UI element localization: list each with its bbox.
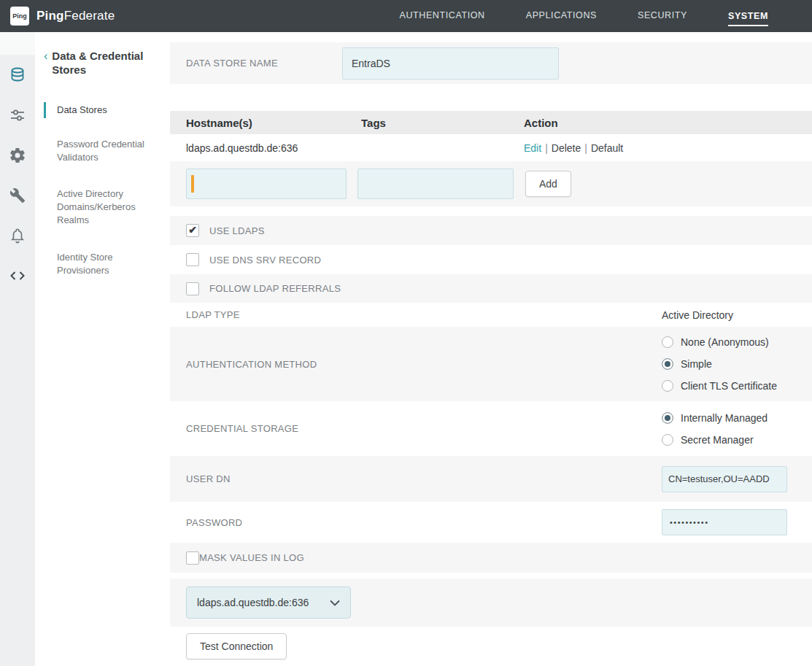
hostname-table-row: ldaps.ad.questdb.de:636 Edit|Delete|Defa… [170,134,812,161]
sidebar-item-data-stores[interactable]: Data Stores [44,102,161,118]
new-tags-input[interactable] [357,169,514,199]
password-label: PASSWORD [186,517,242,528]
auth-simple-radio[interactable] [662,358,673,370]
gear-icon[interactable] [0,135,35,175]
col-action: Action [524,117,812,129]
chevron-down-icon [330,600,340,606]
mask-values-row: MASK VALUES IN LOG [170,543,812,573]
auth-none-radio[interactable] [662,336,673,348]
use-dns-srv-label: USE DNS SRV RECORD [209,255,321,266]
auth-option-client-tls: Client TLS Certificate [662,375,812,397]
checkmark-icon: ✔ [188,225,197,235]
hostname-table-header: Hostname(s) Tags Action [170,111,812,134]
cred-internal-radio[interactable] [662,412,673,424]
rail-top-highlight [0,32,35,55]
new-hostname-wrap [186,169,347,199]
default-link[interactable]: Default [591,142,623,154]
ldap-type-label: LDAP TYPE [186,309,240,320]
wrench-icon[interactable] [0,175,35,215]
auth-option-simple: Simple [662,353,812,375]
mask-values-checkbox[interactable] [186,551,199,565]
server-dropdown[interactable]: ldaps.ad.questdb.de:636 [186,586,351,619]
sidebar: ‹ Data & Credential Stores Data Stores P… [35,32,170,666]
server-dropdown-value: ldaps.ad.questdb.de:636 [197,597,309,608]
auth-option-none: None (Anonymous) [662,331,812,353]
cred-secret-manager-radio[interactable] [662,434,673,446]
icon-rail [0,32,35,666]
add-hostname-row: Add [170,161,812,206]
data-store-name-input[interactable] [342,47,559,80]
sidebar-item-password-credential-validators[interactable]: Password Credential Validators [44,131,161,171]
pingfederate-admin-screen: Ping PingFederate AUTHENTICATION APPLICA… [0,0,812,666]
cred-secret-manager-label: Secret Manager [681,434,754,446]
authentication-method-options: None (Anonymous) Simple Client TLS Certi… [662,331,812,397]
top-navbar: Ping PingFederate AUTHENTICATION APPLICA… [0,0,812,32]
user-dn-row: USER DN [170,456,812,502]
spacer [170,84,812,111]
password-row: PASSWORD [170,502,812,543]
user-dn-input[interactable] [662,466,787,492]
auth-simple-label: Simple [681,358,712,370]
hostname-value: ldaps.ad.questdb.de:636 [186,142,361,154]
ldap-type-row: LDAP TYPE Active Directory [170,303,812,327]
follow-referrals-label: FOLLOW LDAP REFERRALS [209,283,341,294]
sidebar-title: ‹ Data & Credential Stores [44,50,164,77]
user-dn-label: USER DN [186,473,231,484]
app-title-light: Federate [64,9,115,23]
sidebar-item-identity-store-provisioners[interactable]: Identity Store Provisioners [44,244,161,284]
cred-internal-label: Internally Managed [681,412,767,424]
edit-link[interactable]: Edit [524,142,541,154]
auth-none-label: None (Anonymous) [681,336,769,348]
follow-referrals-row: FOLLOW LDAP REFERRALS [170,274,812,303]
nav-authentication[interactable]: AUTHENTICATION [400,10,485,22]
test-connection-button[interactable]: Test Connection [186,633,287,659]
app-title: PingFederate [36,9,115,23]
credential-storage-label: CREDENTIAL STORAGE [186,423,298,434]
spacer [170,573,812,578]
code-icon[interactable] [0,255,35,295]
credential-storage-options: Internally Managed Secret Manager [662,407,812,451]
follow-referrals-checkbox[interactable] [186,282,199,295]
password-input[interactable] [662,509,787,535]
add-button[interactable]: Add [525,171,571,197]
action-separator: | [584,142,587,154]
use-dns-srv-checkbox[interactable] [186,253,199,266]
sidebar-item-ad-domains-kerberos-realms[interactable]: Active Directory Domains/Kerberos Realms [44,181,161,234]
delete-link[interactable]: Delete [552,142,581,154]
app-title-bold: Ping [36,9,64,23]
use-ldaps-row: ✔ USE LDAPS [170,216,812,245]
cred-option-internal: Internally Managed [662,407,812,429]
use-ldaps-label: USE LDAPS [209,225,265,236]
use-dns-srv-row: USE DNS SRV RECORD [170,245,812,274]
data-stores-icon[interactable] [0,55,35,95]
ping-logo-text: Ping [12,12,27,20]
top-nav-items: AUTHENTICATION APPLICATIONS SECURITY SYS… [400,10,769,22]
new-hostname-input[interactable] [186,169,347,199]
nav-security[interactable]: SECURITY [638,10,687,22]
test-connection-row: Test Connection [170,627,812,659]
nav-applications[interactable]: APPLICATIONS [526,10,597,22]
credential-storage-row: CREDENTIAL STORAGE Internally Managed Se… [170,401,812,456]
use-ldaps-checkbox[interactable]: ✔ [186,224,199,237]
authentication-method-label: AUTHENTICATION METHOD [186,359,317,370]
row-actions: Edit|Delete|Default [524,142,812,154]
spacer [170,206,812,216]
sliders-icon[interactable] [0,95,35,135]
col-tags: Tags [361,117,524,129]
action-separator: | [545,142,548,154]
mask-values-label: MASK VALUES IN LOG [199,552,304,563]
data-store-name-label: DATA STORE NAME [186,58,342,69]
data-store-form: DATA STORE NAME Hostname(s) Tags Action … [170,32,812,666]
text-cursor [191,175,194,193]
data-store-name-row: DATA STORE NAME [170,42,812,84]
col-hostnames: Hostname(s) [186,117,361,129]
nav-system[interactable]: SYSTEM [728,11,768,26]
sidebar-title-label: Data & Credential Stores [52,50,164,77]
auth-client-tls-radio[interactable] [662,380,673,392]
bell-icon[interactable] [0,215,35,255]
authentication-method-row: AUTHENTICATION METHOD None (Anonymous) S… [170,327,812,401]
back-chevron-icon[interactable]: ‹ [44,49,47,77]
auth-client-tls-label: Client TLS Certificate [681,380,777,392]
ping-logo: Ping [10,7,29,26]
sidebar-items: Data Stores Password Credential Validato… [44,102,170,284]
